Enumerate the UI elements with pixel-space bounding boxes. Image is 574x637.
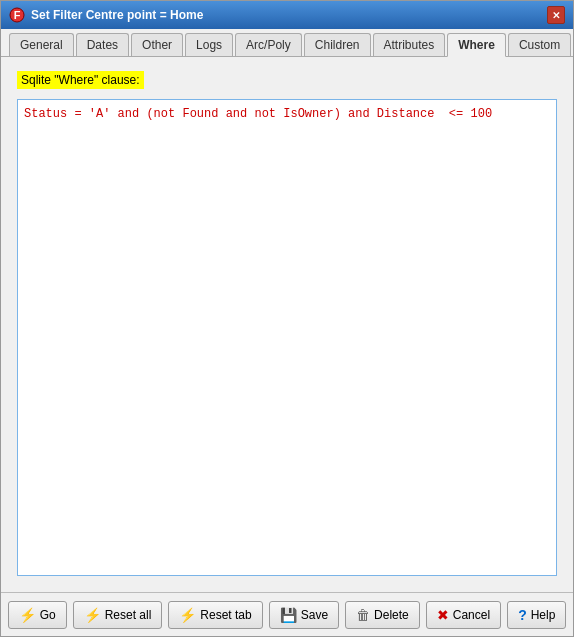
save-icon: 💾 (280, 607, 297, 623)
content-area: Sqlite "Where" clause: Status = 'A' and … (1, 57, 573, 592)
tab-where[interactable]: Where (447, 33, 506, 57)
help-icon: ? (518, 607, 527, 623)
cancel-icon: ✖ (437, 607, 449, 623)
sql-content: Status = 'A' and (not Found and not IsOw… (24, 107, 492, 121)
cancel-button[interactable]: ✖ Cancel (426, 601, 501, 629)
window-title: Set Filter Centre point = Home (31, 8, 203, 22)
close-button[interactable]: ✕ (547, 6, 565, 24)
reset-all-button[interactable]: ⚡ Reset all (73, 601, 163, 629)
where-clause-label: Sqlite "Where" clause: (17, 71, 144, 89)
tab-children[interactable]: Children (304, 33, 371, 56)
help-button[interactable]: ? Help (507, 601, 566, 629)
tab-arcpoly[interactable]: Arc/Poly (235, 33, 302, 56)
delete-icon: 🗑 (356, 607, 370, 623)
svg-text:F: F (14, 9, 21, 21)
go-icon: ⚡ (19, 607, 36, 623)
tab-logs[interactable]: Logs (185, 33, 233, 56)
tab-attributes[interactable]: Attributes (373, 33, 446, 56)
reset-tab-icon: ⚡ (179, 607, 196, 623)
sql-textarea[interactable]: Status = 'A' and (not Found and not IsOw… (17, 99, 557, 576)
title-bar-left: F Set Filter Centre point = Home (9, 7, 203, 23)
reset-tab-button[interactable]: ⚡ Reset tab (168, 601, 262, 629)
go-button[interactable]: ⚡ Go (8, 601, 67, 629)
title-bar: F Set Filter Centre point = Home ✕ (1, 1, 573, 29)
delete-button[interactable]: 🗑 Delete (345, 601, 420, 629)
filter-icon: F (9, 7, 25, 23)
main-window: F Set Filter Centre point = Home ✕ Gener… (0, 0, 574, 637)
tab-general[interactable]: General (9, 33, 74, 56)
tab-dates[interactable]: Dates (76, 33, 129, 56)
tab-bar: General Dates Other Logs Arc/Poly Childr… (1, 29, 573, 57)
tab-custom[interactable]: Custom (508, 33, 571, 56)
save-button[interactable]: 💾 Save (269, 601, 339, 629)
tab-other[interactable]: Other (131, 33, 183, 56)
where-label-wrapper: Sqlite "Where" clause: (17, 73, 557, 87)
bottom-bar: ⚡ Go ⚡ Reset all ⚡ Reset tab 💾 Save 🗑 De… (1, 592, 573, 636)
reset-all-icon: ⚡ (84, 607, 101, 623)
